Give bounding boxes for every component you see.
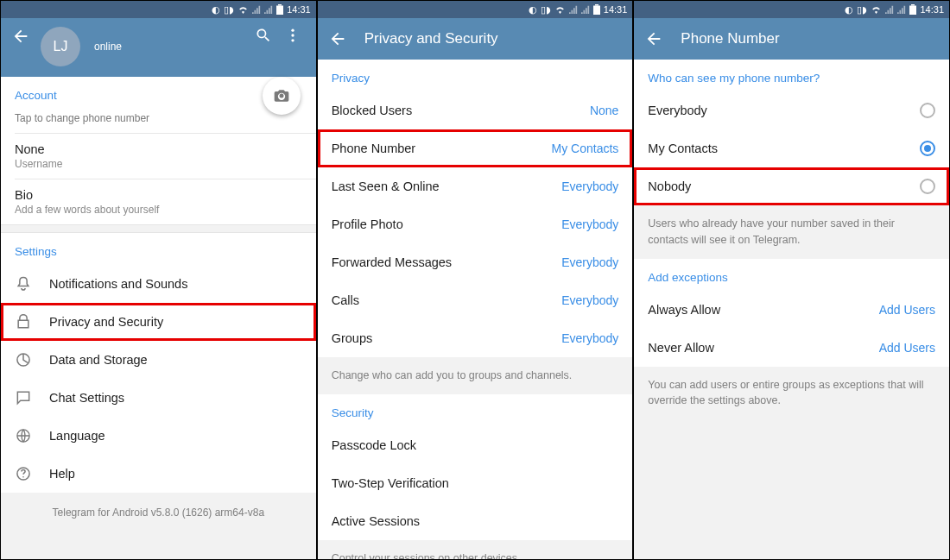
- overflow-button[interactable]: [278, 27, 307, 44]
- status-time: 14:31: [287, 4, 311, 15]
- wifi-icon: [554, 5, 566, 14]
- app-bar-privacy: Privacy and Security: [318, 18, 633, 60]
- signal-icon: [885, 5, 894, 14]
- svg-rect-0: [278, 4, 282, 6]
- back-button[interactable]: [11, 27, 35, 46]
- battery-icon: [276, 4, 283, 15]
- avatar[interactable]: LJ: [41, 27, 80, 66]
- status-bar: ◐ ▯◗ 14:31: [1, 1, 316, 18]
- data-icon: [15, 351, 49, 368]
- option-label: My Contacts: [648, 142, 920, 155]
- security-row-sessions[interactable]: Active Sessions: [318, 502, 633, 540]
- row-label: Last Seen & Online: [332, 179, 562, 193]
- wifi-icon: [871, 5, 882, 14]
- vibrate-icon: ▯◗: [857, 4, 867, 16]
- row-label: Calls: [332, 293, 562, 307]
- panel-privacy: ◐ ▯◗ 14:31 Privacy and Security Privacy …: [318, 1, 635, 559]
- camera-fab[interactable]: [263, 77, 301, 115]
- row-label: Blocked Users: [332, 104, 590, 117]
- exception-never[interactable]: Never Allow Add Users: [634, 329, 949, 367]
- svg-point-3: [291, 34, 294, 36]
- privacy-row-groups[interactable]: Groups Everybody: [318, 319, 633, 357]
- option-everybody[interactable]: Everybody: [634, 91, 949, 129]
- option-nobody[interactable]: Nobody: [634, 167, 949, 205]
- signal-icon: [252, 5, 261, 14]
- status-bar: ◐ ▯◗ 14:31: [634, 1, 949, 18]
- vibrate-icon: ▯◗: [541, 4, 551, 16]
- settings-item-data[interactable]: Data and Storage: [1, 341, 316, 379]
- settings-item-label: Chat Settings: [49, 391, 302, 405]
- help-icon: [15, 465, 49, 482]
- battery-icon: [593, 4, 600, 15]
- sync-icon: ◐: [212, 4, 220, 16]
- settings-item-help[interactable]: Help: [1, 455, 316, 493]
- status-time: 14:31: [604, 4, 628, 15]
- panel-settings: ◐ ▯◗ 14:31 LJ online: [1, 1, 318, 559]
- wifi-icon: [238, 5, 249, 14]
- back-button[interactable]: [644, 29, 668, 48]
- security-row-twostep[interactable]: Two-Step Verification: [318, 464, 633, 502]
- privacy-row-forwarded[interactable]: Forwarded Messages Everybody: [318, 243, 633, 281]
- privacy-row-blocked[interactable]: Blocked Users None: [318, 91, 633, 129]
- section-privacy: Privacy: [318, 60, 633, 91]
- svg-point-8: [22, 476, 24, 478]
- chat-icon: [15, 389, 49, 406]
- radio-icon: [920, 141, 935, 156]
- section-exceptions: Add exceptions: [634, 259, 949, 291]
- username-value: None: [15, 142, 45, 156]
- settings-item-notifications[interactable]: Notifications and Sounds: [1, 265, 316, 303]
- exception-always[interactable]: Always Allow Add Users: [634, 291, 949, 329]
- search-button[interactable]: [249, 27, 278, 44]
- page-title: Phone Number: [681, 30, 779, 47]
- svg-point-4: [291, 39, 294, 41]
- panel-phone-number: ◐ ▯◗ 14:31 Phone Number Who can see my p…: [634, 1, 949, 559]
- row-value: My Contacts: [552, 142, 619, 155]
- signal-icon-2: [264, 5, 273, 14]
- radio-icon: [920, 103, 935, 118]
- settings-item-label: Notifications and Sounds: [49, 277, 302, 291]
- vibrate-icon: ▯◗: [224, 4, 234, 16]
- row-label: Two-Step Verification: [332, 476, 619, 490]
- privacy-row-calls[interactable]: Calls Everybody: [318, 281, 633, 319]
- settings-item-chat[interactable]: Chat Settings: [1, 379, 316, 417]
- option-label: Everybody: [648, 104, 920, 117]
- settings-item-language[interactable]: Language: [1, 417, 316, 455]
- username-row[interactable]: None Username: [1, 134, 316, 179]
- row-value: Everybody: [561, 331, 618, 345]
- security-hint: Control your sessions on other devices.: [318, 540, 633, 559]
- page-title: Privacy and Security: [364, 30, 498, 47]
- exceptions-hint: You can add users or entire groups as ex…: [634, 367, 949, 560]
- settings-item-privacy[interactable]: Privacy and Security: [1, 303, 316, 341]
- online-status: online: [94, 41, 122, 53]
- settings-item-label: Language: [49, 429, 302, 443]
- signal-icon-2: [897, 5, 906, 14]
- username-label: Username: [15, 158, 62, 170]
- bio-value: Bio: [15, 188, 33, 202]
- security-row-passcode[interactable]: Passcode Lock: [318, 426, 633, 464]
- status-bar: ◐ ▯◗ 14:31: [318, 1, 633, 18]
- privacy-row-lastseen[interactable]: Last Seen & Online Everybody: [318, 167, 633, 205]
- globe-icon: [15, 427, 49, 444]
- battery-icon: [909, 4, 916, 15]
- row-label: Profile Photo: [332, 217, 562, 231]
- option-label: Nobody: [648, 179, 920, 193]
- row-label: Passcode Lock: [332, 438, 619, 452]
- svg-rect-10: [593, 6, 600, 16]
- sync-icon: ◐: [529, 4, 537, 16]
- option-mycontacts[interactable]: My Contacts: [634, 129, 949, 167]
- row-value: Everybody: [561, 217, 618, 231]
- privacy-row-phone[interactable]: Phone Number My Contacts: [318, 129, 633, 167]
- svg-rect-11: [911, 4, 915, 6]
- bio-row[interactable]: Bio Add a few words about yourself: [1, 179, 316, 224]
- version-footer: Telegram for Android v5.8.0 (1626) arm64…: [1, 493, 316, 559]
- tap-change-hint[interactable]: Tap to change phone number: [1, 109, 316, 133]
- row-label: Active Sessions: [332, 514, 619, 528]
- radio-icon: [920, 179, 935, 194]
- privacy-row-photo[interactable]: Profile Photo Everybody: [318, 205, 633, 243]
- app-bar-profile: LJ online: [1, 18, 316, 77]
- back-button[interactable]: [328, 29, 352, 48]
- row-value: Everybody: [561, 179, 618, 193]
- settings-item-label: Data and Storage: [49, 353, 302, 367]
- bio-label: Add a few words about yourself: [15, 204, 159, 216]
- row-action: Add Users: [879, 341, 935, 355]
